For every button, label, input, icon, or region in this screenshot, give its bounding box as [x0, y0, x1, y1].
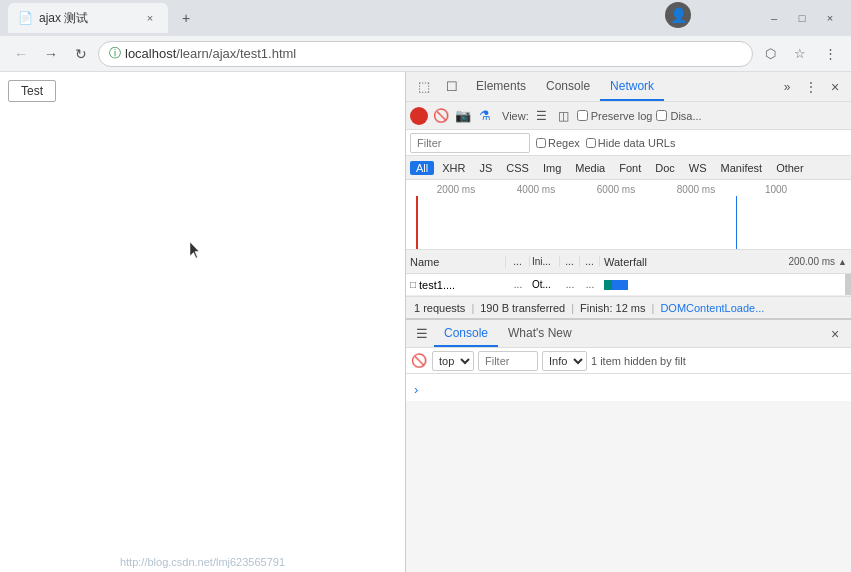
more-button[interactable]: ⋮ [817, 41, 843, 67]
omnibar-icons: ⬡ ☆ ⋮ [757, 41, 843, 67]
waterfall-blue-bar [612, 280, 628, 290]
th-dots2[interactable]: ... [560, 256, 580, 267]
user-avatar-icon: 👤 [665, 2, 691, 28]
type-filter-doc[interactable]: Doc [649, 161, 681, 175]
forward-button[interactable]: → [38, 41, 64, 67]
disable-cache-checkbox[interactable]: Disa... [656, 110, 701, 122]
preserve-log-checkbox[interactable]: Preserve log [577, 110, 653, 122]
console-level-select[interactable]: Info [542, 351, 587, 371]
type-filter-bar: All XHR JS CSS Img Media Font Doc WS Man… [406, 156, 851, 180]
tab-network[interactable]: Network [600, 72, 664, 101]
filter-bar: Regex Hide data URLs [406, 130, 851, 156]
filter-button[interactable]: ⚗ [476, 107, 494, 125]
devtools-menu-button[interactable]: ⋮ [799, 75, 823, 99]
devtools-panel: ⬚ ☐ Elements Console Network » ⋮ × 🚫 📷 ⚗… [405, 72, 851, 572]
record-button[interactable] [410, 107, 428, 125]
th-waterfall-label: Waterfall [604, 256, 647, 268]
th-waterfall-time: 200.00 ms [788, 256, 835, 267]
td-dots3: ... [580, 279, 600, 290]
bookmark-button[interactable]: ☆ [787, 41, 813, 67]
console-prompt[interactable]: › [414, 382, 843, 397]
tab-console[interactable]: Console [536, 72, 600, 101]
console-clear-button[interactable]: 🚫 [410, 352, 428, 370]
network-toolbar: 🚫 📷 ⚗ View: ☰ ◫ Preserve log Disa... [406, 102, 851, 130]
type-filter-other[interactable]: Other [770, 161, 810, 175]
waterfall-view-button[interactable]: ◫ [555, 107, 573, 125]
new-tab-button[interactable]: + [172, 4, 200, 32]
type-filter-ws[interactable]: WS [683, 161, 713, 175]
type-filter-manifest[interactable]: Manifest [715, 161, 769, 175]
waterfall-teal-bar [604, 280, 612, 290]
status-transferred: 190 B transferred [480, 302, 565, 314]
console-toolbar: 🚫 top Info 1 item hidden by filt [406, 348, 851, 374]
th-dots3[interactable]: ... [580, 256, 600, 267]
type-filter-xhr[interactable]: XHR [436, 161, 471, 175]
screenshot-button[interactable]: 📷 [454, 107, 472, 125]
tab-console-bottom[interactable]: Console [434, 320, 498, 347]
th-name[interactable]: Name [406, 256, 506, 268]
type-filter-css[interactable]: CSS [500, 161, 535, 175]
title-bar: 👤 📄 ajax 测试 × + – □ × [0, 0, 851, 36]
devtools-inspector-icon[interactable]: ⬚ [410, 73, 438, 101]
close-button[interactable]: × [817, 5, 843, 31]
cast-button[interactable]: ⬡ [757, 41, 783, 67]
console-content: › [406, 374, 851, 401]
devtools-tabs: ⬚ ☐ Elements Console Network » ⋮ × [406, 72, 851, 102]
tab-whats-new[interactable]: What's New [498, 320, 582, 347]
timeline-area: 2000 ms 4000 ms 6000 ms 8000 ms 1000 [406, 180, 851, 250]
status-bar: 1 requests | 190 B transferred | Finish:… [406, 296, 851, 318]
type-filter-img[interactable]: Img [537, 161, 567, 175]
table-row[interactable]: □ test1.... ... Ot... ... ... [406, 274, 851, 296]
back-button[interactable]: ← [8, 41, 34, 67]
th-dots1[interactable]: ... [506, 256, 530, 267]
type-filter-media[interactable]: Media [569, 161, 611, 175]
console-close-button[interactable]: × [823, 322, 847, 346]
status-domcontentloaded[interactable]: DOMContentLoade... [660, 302, 764, 314]
tab-close-button[interactable]: × [142, 10, 158, 26]
watermark: http://blog.csdn.net/lmj623565791 [0, 556, 405, 568]
regex-checkbox[interactable]: Regex [536, 137, 580, 149]
secure-icon: ⓘ [109, 45, 121, 62]
browser-tab[interactable]: 📄 ajax 测试 × [8, 3, 168, 33]
hide-data-urls-checkbox[interactable]: Hide data URLs [586, 137, 676, 149]
tab-elements[interactable]: Elements [466, 72, 536, 101]
test-button[interactable]: Test [8, 80, 56, 102]
list-view-button[interactable]: ☰ [533, 107, 551, 125]
address-bar[interactable]: ⓘ localhost /learn/ajax/test1.html [98, 41, 753, 67]
type-filter-all[interactable]: All [410, 161, 434, 175]
main-area: Test http://blog.csdn.net/lmj623565791 ⬚… [0, 72, 851, 572]
status-finish: Finish: 12 ms [580, 302, 645, 314]
timeline-label-1000: 1000 [736, 184, 816, 195]
console-tabs: ☰ Console What's New × [406, 320, 851, 348]
url-base: localhost [125, 46, 176, 61]
console-prompt-icon: › [414, 382, 418, 397]
console-context-select[interactable]: top [432, 351, 474, 371]
devtools-device-icon[interactable]: ☐ [438, 73, 466, 101]
clear-button[interactable]: 🚫 [432, 107, 450, 125]
table-header: Name ... Ini... ... ... Waterfall 200.00… [406, 250, 851, 274]
td-name: □ test1.... [406, 279, 506, 291]
console-filter-input[interactable] [478, 351, 538, 371]
console-menu-button[interactable]: ☰ [410, 322, 434, 346]
td-name-value: test1.... [419, 279, 455, 291]
th-initiator[interactable]: Ini... [530, 256, 560, 267]
status-requests: 1 requests [414, 302, 465, 314]
type-filter-js[interactable]: JS [473, 161, 498, 175]
filter-input[interactable] [410, 133, 530, 153]
status-sep1: | [471, 302, 474, 314]
type-filter-font[interactable]: Font [613, 161, 647, 175]
devtools-close-button[interactable]: × [823, 75, 847, 99]
sort-arrow-icon: ▲ [838, 257, 847, 267]
tab-title: ajax 测试 [39, 10, 88, 27]
th-waterfall[interactable]: Waterfall 200.00 ms ▲ [600, 256, 851, 268]
maximize-button[interactable]: □ [789, 5, 815, 31]
devtools-more-button[interactable]: » [775, 75, 799, 99]
timeline-label-6000: 6000 ms [576, 184, 656, 195]
refresh-button[interactable]: ↻ [68, 41, 94, 67]
view-label: View: [502, 110, 529, 122]
timeline-labels: 2000 ms 4000 ms 6000 ms 8000 ms 1000 [416, 180, 851, 195]
waterfall-scrollbar[interactable] [845, 274, 851, 295]
timeline-label-8000: 8000 ms [656, 184, 736, 195]
minimize-button[interactable]: – [761, 5, 787, 31]
timeline-label-4000: 4000 ms [496, 184, 576, 195]
